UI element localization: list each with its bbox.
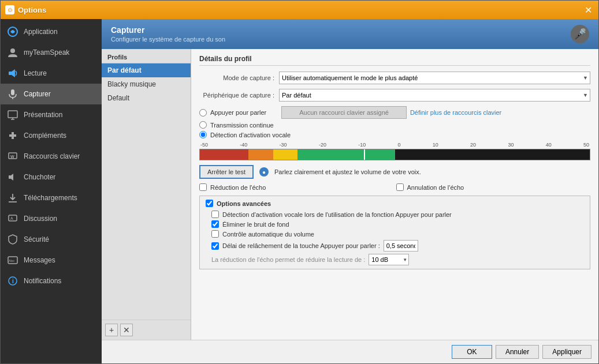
adv3-checkbox[interactable] [211, 230, 219, 238]
test-button[interactable]: Arrêter le test [199, 165, 254, 179]
header-mic-icon: 🎤 [571, 25, 589, 43]
profiles-footer: + ✕ [102, 320, 191, 340]
sidebar-item-myteamspeak[interactable]: myTeamSpeak [1, 42, 102, 63]
notifications-icon: i [6, 275, 19, 287]
capture-mode-select-wrapper: Utiliser automatiquement le mode le plus… [279, 72, 590, 84]
bottom-bar: OK Annuler Appliquer [102, 340, 598, 363]
peripheral-row: Périphérique de capture : Par défaut [199, 89, 590, 102]
sidebar-item-telechargements[interactable]: Téléchargements [1, 187, 102, 208]
details-panel: Détails du profil Mode de capture : Util… [191, 49, 598, 340]
radio-continuous[interactable] [199, 121, 207, 129]
sidebar-item-presentation[interactable]: Présentation [1, 104, 102, 125]
radio-continuous-label[interactable]: Transmission continue [210, 122, 274, 129]
close-button[interactable]: ✕ [582, 4, 594, 16]
add-profile-button[interactable]: + [105, 324, 118, 336]
echo-cancel-row: Annulation de l'écho [396, 183, 591, 191]
profiles-label: Profils [102, 49, 191, 63]
adv2-checkbox[interactable] [211, 220, 219, 228]
lecture-label: Lecture [24, 69, 47, 77]
meter-orange-segment [248, 149, 273, 160]
chuchoter-label: Chuchoter [24, 173, 55, 181]
advanced-title-row: Options avancées [206, 200, 584, 207]
securite-icon [6, 233, 19, 246]
echo-reduction-label[interactable]: Réduction de l'écho [210, 184, 266, 191]
radio-push-label[interactable]: Appuyer pour parler [210, 109, 266, 116]
reduction-select-wrapper: 10 dB5 dB15 dB20 dB [369, 254, 409, 265]
capture-mode-row: Mode de capture : Utiliser automatiqueme… [199, 72, 590, 84]
sidebar-item-raccourcis[interactable]: W Raccourcis clavier [1, 146, 102, 167]
header-text: Capturer Configurer le système de captur… [111, 25, 225, 43]
sidebar-item-messages[interactable]: Abc Messages [1, 250, 102, 271]
adv1-label[interactable]: Détection d'activation vocale lors de l'… [222, 211, 452, 218]
delay-checkbox[interactable] [211, 242, 219, 250]
meter-needle [364, 149, 365, 160]
shortcut-button[interactable]: Aucun raccourci clavier assigné [281, 106, 407, 119]
echo-reduction-checkbox[interactable] [199, 183, 207, 191]
radio-vocal-label[interactable]: Détection d'activation vocale [210, 132, 291, 138]
shortcut-link[interactable]: Définir plus de raccourcis clavier [410, 109, 501, 116]
level-meter [199, 149, 590, 160]
profile-item-default2[interactable]: Default [102, 91, 191, 105]
test-status-icon: ● [259, 167, 269, 177]
raccourcis-icon: W [6, 150, 19, 163]
meter-rest-segment [395, 149, 590, 160]
sidebar-item-application[interactable]: Application [1, 21, 102, 42]
echo-cancel-label[interactable]: Annulation de l'écho [407, 184, 464, 191]
radio-continuous-row: Transmission continue [199, 121, 590, 129]
ok-button[interactable]: OK [452, 345, 492, 359]
sidebar-item-capturer[interactable]: Capturer [1, 84, 102, 104]
complements-icon [6, 129, 19, 142]
sidebar-item-notifications[interactable]: i Notifications [1, 271, 102, 291]
capturer-icon [6, 88, 19, 100]
sidebar-item-chuchoter[interactable]: Chuchoter [1, 167, 102, 187]
radio-group: Appuyer pour parler Aucun raccourci clav… [199, 106, 590, 138]
radio-push[interactable] [199, 109, 207, 117]
adv3-row: Contrôle automatique du volume [211, 230, 584, 238]
capture-mode-select[interactable]: Utiliser automatiquement le mode le plus… [279, 72, 590, 84]
sidebar-item-discussion[interactable]: A Discussion [1, 208, 102, 229]
telechargements-label: Téléchargements [24, 194, 77, 202]
sidebar-item-complements[interactable]: Compléments [1, 125, 102, 146]
meter-green-segment [297, 149, 395, 160]
adv2-row: Éliminer le bruit de fond [211, 220, 584, 228]
presentation-label: Présentation [24, 111, 62, 119]
echo-cancel-checkbox[interactable] [396, 183, 404, 191]
cancel-button[interactable]: Annuler [496, 345, 539, 359]
shortcut-area: Aucun raccourci clavier assigné Définir … [281, 106, 590, 119]
advanced-checkbox[interactable] [206, 200, 213, 207]
lecture-icon [6, 67, 19, 80]
advanced-title-label[interactable]: Options avancées [217, 200, 271, 207]
raccourcis-label: Raccourcis clavier [24, 152, 80, 160]
discussion-icon: A [6, 212, 19, 225]
capturer-label: Capturer [24, 90, 51, 98]
reduction-select[interactable]: 10 dB5 dB15 dB20 dB [369, 254, 409, 265]
radio-vocal[interactable] [199, 131, 207, 138]
peripheral-select[interactable]: Par défaut [279, 89, 590, 102]
header-title: Capturer [111, 25, 225, 35]
profiles-list: Par défaut Blacky musique Default [102, 63, 191, 320]
apply-button[interactable]: Appliquer [542, 345, 591, 359]
delay-row: Délai de relâchement de la touche Appuye… [211, 240, 584, 252]
delay-input[interactable] [384, 240, 418, 252]
radio-push-row: Appuyer pour parler Aucun raccourci clav… [199, 106, 590, 119]
meter-red-segment [200, 149, 248, 160]
presentation-icon [6, 108, 19, 121]
reduction-row: La réduction de l'écho permet de réduire… [211, 254, 584, 265]
level-meter-section: -50 -40 -30 -20 -10 0 10 20 30 40 50 [199, 142, 590, 160]
adv1-row: Détection d'activation vocale lors de l'… [211, 211, 584, 218]
window-icon: ⚙ [5, 5, 14, 14]
adv2-label[interactable]: Éliminer le bruit de fond [222, 221, 289, 228]
adv3-label[interactable]: Contrôle automatique du volume [222, 231, 314, 238]
discussion-label: Discussion [24, 215, 57, 223]
remove-profile-button[interactable]: ✕ [120, 324, 133, 336]
test-instruction: Parlez clairement et ajustez le volume d… [274, 168, 421, 175]
svg-text:i: i [12, 278, 14, 284]
profile-item-blacky[interactable]: Blacky musique [102, 77, 191, 91]
myteamspeak-label: myTeamSpeak [24, 48, 69, 57]
header-subtitle: Configurer le système de capture du son [111, 36, 225, 43]
profile-item-default[interactable]: Par défaut [102, 63, 191, 77]
sidebar-item-lecture[interactable]: Lecture [1, 63, 102, 84]
adv1-checkbox[interactable] [211, 211, 219, 218]
peripheral-select-wrapper: Par défaut [279, 89, 590, 102]
sidebar-item-securite[interactable]: Sécurité [1, 229, 102, 250]
